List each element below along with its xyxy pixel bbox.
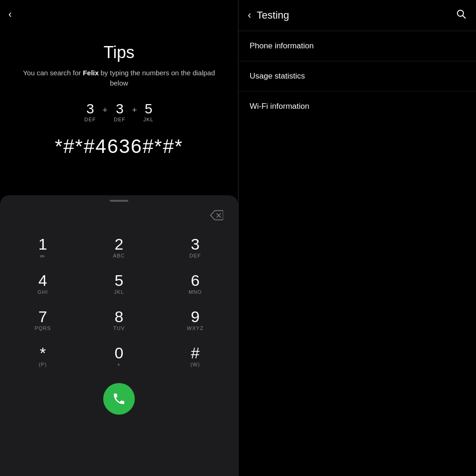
dial-key-letters: WXYZ [187,325,204,332]
tips-title: Tips [104,43,135,62]
dial-key-letters: GHI [38,289,48,296]
dial-key-letters: TUV [113,325,125,332]
drag-handle [110,200,128,202]
dial-key-letters: (P) [39,362,47,368]
dial-key-1[interactable]: 1✏ [5,230,81,266]
right-title: Testing [257,9,450,21]
svg-line-3 [463,16,466,19]
dial-key-letters: JKL [114,289,124,296]
letter-num-5: 5 [145,102,152,116]
call-button[interactable] [103,383,135,415]
dial-key-number: 6 [191,272,200,288]
dial-key-number: 7 [39,309,47,324]
dial-key-letters: PQRS [34,325,51,332]
dial-key-number: 3 [191,236,200,252]
menu-item[interactable]: Phone information [238,31,476,61]
dial-key-number: 0 [115,345,124,361]
dial-key-number: # [191,345,200,361]
dial-key-letters: (W) [191,362,200,368]
dialpad-grid: 1✏2ABC3DEF4GHI5JKL6MNO7PQRS8TUV9WXYZ*(P)… [0,230,238,375]
subtitle-after: by typing the numbers on the dialpad bel… [99,69,215,87]
dial-key-letters: ✏ [40,253,46,259]
dial-key-letters: DEF [190,253,201,259]
call-button-row [0,375,238,426]
dial-key-4[interactable]: 4GHI [5,266,81,302]
letter-cell-3a: 3 DEF [85,102,96,122]
dialpad-container: 1✏2ABC3DEF4GHI5JKL6MNO7PQRS8TUV9WXYZ*(P)… [0,195,238,476]
tips-subtitle: You can search for Felix by typing the n… [14,68,224,89]
dial-key-#[interactable]: #(W) [157,338,233,375]
dial-key-letters: ABC [113,253,125,259]
dial-key-letters: + [117,362,120,368]
letter-sub-def1: DEF [85,117,96,122]
back-button-left[interactable]: ‹ [8,8,12,20]
letter-cell-5: 5 JKL [144,102,154,122]
letter-sub-def2: DEF [114,117,126,122]
letter-mapping: 3 DEF + 3 DEF + 5 JKL [85,102,154,122]
dial-key-number: 1 [39,236,47,252]
search-button[interactable] [456,8,467,22]
backspace-row [0,208,238,225]
dial-key-*[interactable]: *(P) [5,338,81,375]
letter-num-3b: 3 [116,102,124,116]
backspace-button[interactable] [206,208,227,225]
subtitle-before: You can search for [23,69,83,77]
dial-key-number: 8 [115,309,124,324]
dial-key-0[interactable]: 0+ [81,338,157,375]
left-panel: ‹ Tips You can search for Felix by typin… [0,0,238,476]
back-button-right[interactable]: ‹ [248,9,251,21]
dial-key-6[interactable]: 6MNO [157,266,233,302]
dial-key-letters: MNO [189,289,202,296]
subtitle-bold: Felix [83,69,99,77]
dial-key-number: 9 [191,309,200,324]
dial-key-7[interactable]: 7PQRS [5,302,81,338]
dial-key-8[interactable]: 8TUV [81,302,157,338]
dial-key-number: 2 [115,236,124,252]
dial-key-2[interactable]: 2ABC [81,230,157,266]
dial-key-number: * [40,345,46,361]
menu-item[interactable]: Wi-Fi information [238,92,476,121]
dial-key-number: 4 [39,272,47,288]
dial-code: *#*#4636#*#* [55,135,183,158]
dial-key-5[interactable]: 5JKL [81,266,157,302]
dial-key-9[interactable]: 9WXYZ [157,302,233,338]
menu-item[interactable]: Usage statistics [238,61,476,92]
tips-section: Tips You can search for Felix by typing … [0,0,238,195]
right-panel: ‹ Testing Phone informationUsage statist… [238,0,476,476]
plus-sign-2: + [130,106,139,115]
dial-key-3[interactable]: 3DEF [157,230,233,266]
menu-list: Phone informationUsage statisticsWi-Fi i… [238,31,476,121]
letter-sub-jkl: JKL [144,117,154,122]
letter-cell-3b: 3 DEF [114,102,126,122]
dial-key-number: 5 [115,272,124,288]
plus-sign-1: + [101,106,110,115]
letter-num-3a: 3 [86,102,94,116]
right-header: ‹ Testing [238,0,476,31]
